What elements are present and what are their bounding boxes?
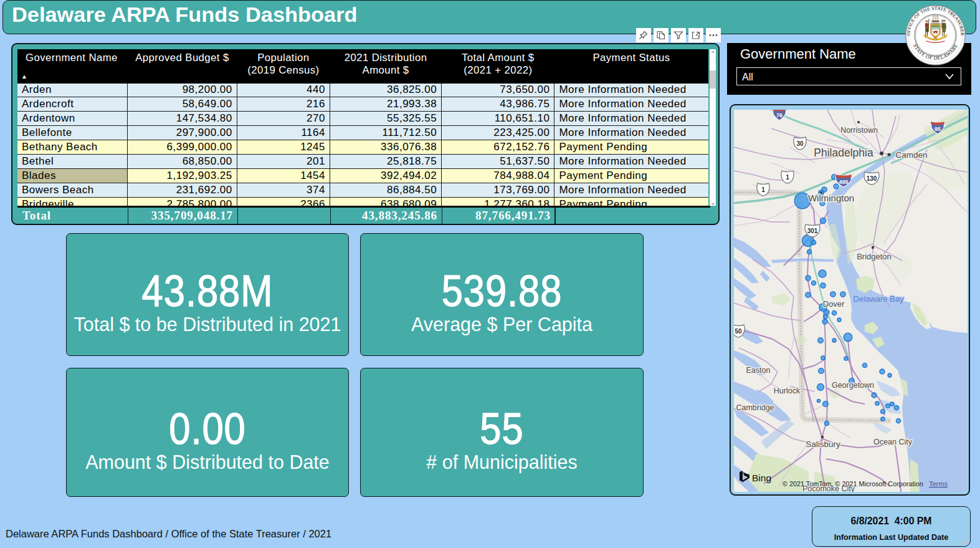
svg-text:50: 50: [735, 328, 742, 335]
svg-text:Philadelphia: Philadelphia: [814, 147, 873, 159]
svg-text:30: 30: [796, 140, 804, 147]
svg-text:Bridgeton: Bridgeton: [857, 252, 892, 261]
svg-text:76: 76: [776, 112, 783, 118]
svg-text:© 2021 TomTom, © 2021 Microsof: © 2021 TomTom, © 2021 Microsoft Corporat…: [783, 480, 923, 488]
svg-text:301: 301: [807, 228, 818, 234]
svg-text:Georgetown: Georgetown: [832, 381, 874, 390]
svg-text:Dover: Dover: [823, 299, 845, 309]
svg-text:Cambridge: Cambridge: [736, 403, 774, 412]
svg-text:Hurlock: Hurlock: [774, 387, 801, 395]
svg-text:Norristown: Norristown: [840, 126, 878, 135]
svg-text:Terms: Terms: [929, 480, 948, 488]
svg-text:Salisbury: Salisbury: [806, 440, 840, 449]
svg-text:Wilmington: Wilmington: [808, 193, 854, 203]
svg-text:Ocean City: Ocean City: [873, 438, 913, 446]
svg-text:Camden: Camden: [895, 150, 927, 160]
svg-text:1: 1: [786, 174, 789, 181]
svg-text:Easton: Easton: [746, 366, 771, 375]
svg-text:130: 130: [867, 175, 877, 182]
svg-text:Delaware Bay: Delaware Bay: [854, 294, 904, 304]
svg-text:Bing: Bing: [752, 473, 771, 483]
svg-text:1: 1: [761, 186, 765, 193]
svg-text:95: 95: [935, 126, 941, 132]
svg-text:495: 495: [839, 179, 848, 185]
